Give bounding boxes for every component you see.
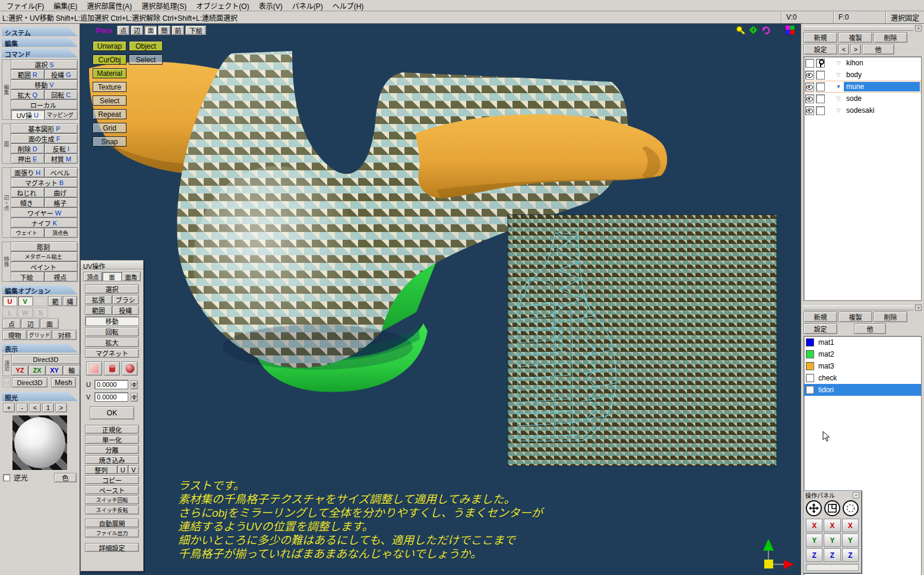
light-button[interactable]: > [55, 403, 67, 412]
light-button[interactable]: < [29, 403, 41, 412]
command-button[interactable]: ペイント [11, 262, 78, 272]
material-colors-icon[interactable] [785, 25, 795, 35]
material-list-item[interactable]: check [804, 372, 921, 384]
edit-option-button[interactable]: 現物 [2, 330, 27, 340]
uv-panel-title[interactable]: UV操作 [81, 261, 143, 269]
panel-toolbar-button[interactable]: 設定 [803, 323, 837, 334]
close-icon[interactable]: × [915, 25, 922, 31]
command-button[interactable]: 回転C [45, 90, 78, 100]
rotate-view-icon[interactable] [761, 25, 771, 35]
axis-plane-button[interactable]: 軸 [63, 366, 80, 376]
edit-option-button[interactable]: 面 [40, 319, 59, 329]
panel-toolbar-button[interactable]: 新規 [803, 312, 837, 322]
command-button[interactable]: 範囲R [11, 69, 45, 80]
command-button[interactable]: ベベル [45, 167, 78, 177]
visibility-toggle[interactable] [805, 71, 814, 80]
material-list-item[interactable]: mat1 [804, 336, 921, 348]
lock-toggle[interactable] [816, 82, 825, 91]
uv-tool-button[interactable]: マグネット [85, 348, 139, 358]
uv-op-button[interactable]: 整列 [85, 465, 118, 474]
uv-op-button[interactable]: 詳細設定 [85, 543, 139, 552]
uv-op-button[interactable]: ペースト [85, 485, 139, 494]
command-button[interactable]: 面張りH [11, 167, 45, 177]
axis-lock-button[interactable]: Z [842, 548, 859, 562]
visibility-toggle[interactable] [805, 94, 814, 103]
object-list-item[interactable]: sode [804, 93, 921, 104]
command-button[interactable]: 頂点色 [45, 228, 78, 238]
bars-icon[interactable]: | | | [2, 377, 11, 387]
axis-lock-button[interactable]: Z [806, 548, 822, 562]
axis-lock-button[interactable]: Y [842, 533, 859, 547]
light-button[interactable]: + [3, 403, 15, 412]
menu-item[interactable]: パネル(P) [287, 0, 328, 12]
uv-shape-cylinder-button[interactable] [104, 361, 120, 376]
uv-shape-sphere-button[interactable] [122, 361, 138, 376]
axis-lock-button[interactable]: Y [824, 533, 840, 547]
command-button[interactable]: ナイフK [11, 218, 78, 228]
panel-header-light[interactable]: 照光 [2, 392, 78, 401]
axis-plane-button[interactable]: XY [46, 366, 63, 376]
edit-option-button[interactable]: 対称 [52, 330, 77, 340]
object-panel-grip[interactable]: × [803, 26, 913, 31]
uv-op-button[interactable]: 単一化 [85, 435, 139, 444]
command-button[interactable]: マッピング [45, 110, 78, 120]
viewport-overlay-button[interactable]: Texture [93, 82, 126, 92]
command-button[interactable]: 移動V [11, 80, 78, 90]
uv-op-button[interactable]: 分離 [85, 445, 139, 454]
command-button[interactable]: 基本図形P [11, 123, 78, 134]
object-list-item[interactable]: mune [804, 81, 921, 93]
uv-op-button[interactable]: スイッチ回転 [85, 495, 139, 504]
scale-tool-button[interactable] [824, 500, 840, 516]
command-button[interactable]: 投縄G [45, 69, 78, 80]
edit-option-button[interactable]: U [2, 296, 17, 306]
view-mode-button[interactable]: 下絵 [185, 26, 206, 35]
axis-lock-button[interactable]: X [806, 519, 822, 532]
light-preview[interactable] [12, 415, 67, 470]
panel-toolbar-button[interactable]: 他 [862, 44, 894, 55]
material-panel-grip[interactable]: × [803, 306, 913, 310]
command-button[interactable]: 傾き [11, 198, 45, 208]
lock-toggle[interactable] [816, 106, 825, 115]
command-button[interactable]: 面の生成F [11, 134, 78, 144]
panel-header-edit[interactable]: 編集 [2, 38, 78, 47]
uv-op-button[interactable]: 焼き込み [85, 455, 139, 464]
viewport-overlay-button[interactable]: Grid [93, 123, 126, 133]
uv-tool-button[interactable]: 回転 [85, 327, 139, 336]
uv-tool-button[interactable]: 拡張 [85, 295, 112, 304]
uv-tab[interactable]: 面 [102, 272, 121, 281]
uv-tool-button[interactable]: 移動 [85, 316, 139, 326]
panel-toolbar-button[interactable]: 複製 [838, 32, 872, 43]
selection-lock-button[interactable]: 選択固定 [885, 11, 924, 23]
command-button[interactable]: メタボール粘土 [11, 252, 78, 262]
uv-op-button[interactable]: 自動展開 [85, 519, 139, 528]
viewport-overlay-button[interactable]: Select [129, 55, 163, 65]
panel-header-edit-options[interactable]: 編集オプション [2, 285, 78, 294]
view-mode-button[interactable]: 面 [144, 26, 157, 35]
expand-toggle-icon[interactable] [835, 107, 842, 113]
edit-option-button[interactable]: 点 [2, 319, 21, 329]
command-button[interactable]: ワイヤーW [11, 208, 78, 218]
axis-plane-button[interactable]: ZX [29, 366, 46, 376]
command-button[interactable]: ローカル [11, 100, 78, 110]
command-button[interactable]: 格子 [45, 198, 78, 208]
panel-header-display[interactable]: 表示 [2, 344, 78, 352]
edit-option-button[interactable]: 範 [48, 296, 62, 306]
expand-toggle-icon[interactable] [835, 72, 842, 78]
visibility-toggle[interactable] [805, 106, 814, 115]
material-list-item[interactable]: mat3 [804, 360, 921, 372]
close-icon[interactable]: × [915, 304, 922, 311]
renderer-button-2[interactable]: Direct3D [12, 377, 48, 387]
uv-op-button[interactable]: ファイル出力 [85, 529, 139, 538]
visibility-toggle[interactable] [805, 59, 814, 68]
panel-toolbar-button[interactable]: 新規 [803, 32, 837, 43]
v-spin-down[interactable] [131, 398, 138, 402]
edit-option-button[interactable]: 縄 [63, 296, 77, 306]
axis-lock-button[interactable]: Y [806, 533, 822, 547]
u-spin-up[interactable] [131, 380, 138, 385]
edit-option-button[interactable] [33, 296, 48, 306]
uv-op-button[interactable]: 正規化 [85, 425, 139, 434]
edit-option-button[interactable]: L [2, 307, 17, 317]
zoom-icon[interactable] [735, 25, 746, 35]
uv-shape-plane-button[interactable] [86, 361, 102, 376]
panel-header-command[interactable]: コマンド [2, 49, 78, 58]
